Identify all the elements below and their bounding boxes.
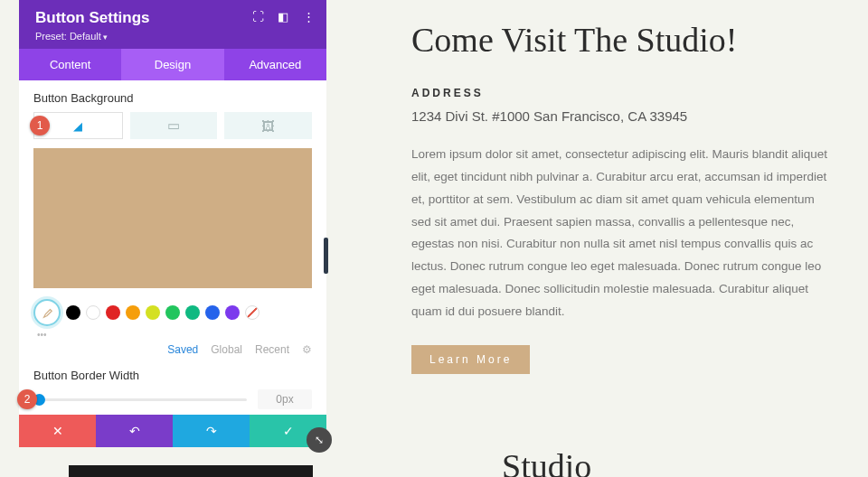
border-width-value[interactable]: 0px [258, 389, 312, 409]
body-paragraph: Lorem ipsum dolor sit amet, consectetur … [411, 144, 832, 324]
swatch-purple[interactable] [225, 305, 240, 320]
tab-advanced[interactable]: Advanced [224, 49, 326, 80]
scrollbar[interactable] [324, 238, 328, 274]
kebab-icon[interactable]: ⋮ [303, 11, 314, 22]
settings-panel: Button Settings Preset: Default ⛶ ◧ ⋮ Co… [19, 0, 326, 447]
swatch-black[interactable] [66, 305, 80, 320]
eyedropper-icon [41, 306, 53, 319]
address-value: 1234 Divi St. #1000 San Francisco, CA 33… [411, 108, 832, 124]
border-width-slider[interactable] [33, 398, 247, 401]
address-label: ADDRESS [411, 87, 832, 99]
swatch-teal[interactable] [185, 305, 200, 320]
resize-handle[interactable]: ⤡ [307, 427, 332, 453]
swatch-red[interactable] [106, 305, 120, 320]
bg-type-gradient[interactable]: ▭ [130, 112, 218, 139]
snap-icon[interactable]: ◧ [278, 11, 288, 22]
swatch-green[interactable] [165, 305, 180, 320]
check-icon: ✓ [283, 424, 294, 438]
swatch-orange[interactable] [126, 305, 140, 320]
palette-tab-saved[interactable]: Saved [167, 343, 198, 356]
swatch-blue[interactable] [205, 305, 220, 320]
palette-tab-recent[interactable]: Recent [255, 343, 289, 356]
tab-bar: Content Design Advanced [19, 49, 326, 80]
secondary-heading: Studio [502, 446, 591, 477]
undo-button[interactable]: ↶ [96, 415, 173, 447]
section-button-background: Button Background [33, 91, 312, 105]
redo-button[interactable]: ↷ [173, 415, 250, 447]
page-heading: Come Visit The Studio! [411, 20, 832, 61]
cancel-button[interactable]: ✕ [19, 415, 96, 447]
eyedropper-button[interactable] [33, 299, 61, 326]
gradient-icon: ▭ [167, 117, 180, 134]
gear-icon[interactable]: ⚙ [302, 343, 312, 356]
expand-icon[interactable]: ⛶ [252, 11, 263, 22]
image-icon: 🖼 [261, 118, 275, 134]
tab-content[interactable]: Content [19, 49, 121, 80]
swatch-white[interactable] [86, 305, 100, 320]
redo-icon: ↷ [206, 424, 217, 438]
color-preview[interactable] [33, 148, 312, 288]
paint-bucket-icon: ◢ [73, 119, 82, 133]
undo-icon: ↶ [129, 424, 140, 438]
bg-type-image[interactable]: 🖼 [224, 112, 312, 139]
image-strip [69, 465, 313, 477]
resize-icon: ⤡ [315, 434, 324, 446]
swatch-yellow[interactable] [146, 305, 160, 320]
callout-marker-1: 1 [30, 116, 50, 136]
close-icon: ✕ [52, 424, 63, 438]
callout-marker-2: 2 [17, 389, 37, 409]
palette-tab-global[interactable]: Global [211, 343, 242, 356]
learn-more-button[interactable]: Learn More [411, 345, 530, 374]
section-border-width: Button Border Width [33, 369, 312, 382]
preset-dropdown[interactable]: Preset: Default [35, 31, 310, 42]
tab-design[interactable]: Design [121, 49, 223, 80]
swatch-transparent[interactable] [245, 305, 259, 320]
more-dots[interactable]: ••• [37, 330, 312, 340]
